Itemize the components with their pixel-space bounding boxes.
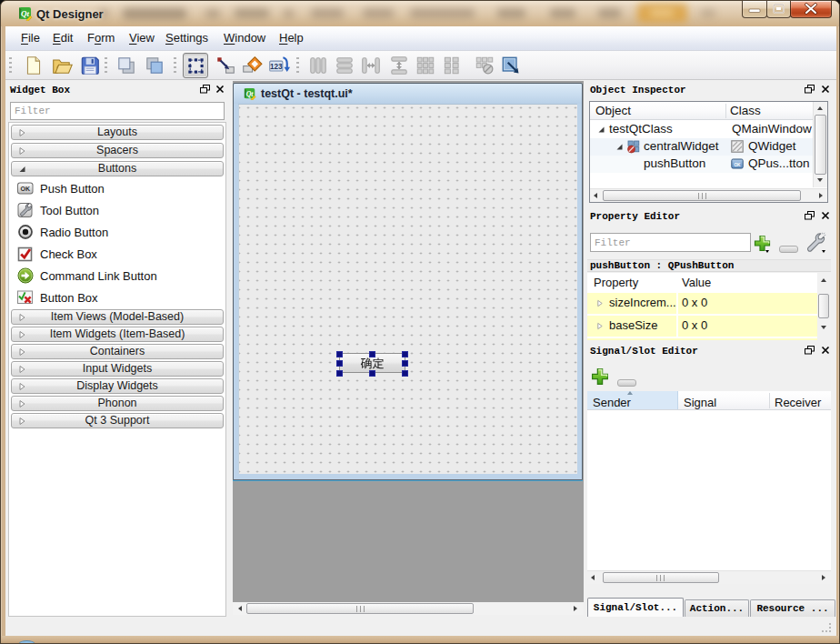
- scrollbar-thumb[interactable]: [815, 115, 826, 175]
- widget-radio-button[interactable]: Radio Button: [11, 221, 224, 243]
- tree-row-testqtclass[interactable]: testQtClass QMainWindow: [590, 121, 813, 138]
- scroll-left-icon[interactable]: [594, 193, 597, 198]
- property-row-basesize[interactable]: baseSize 0 x 0: [587, 316, 817, 337]
- category-input-widgets[interactable]: Input Widgets: [11, 361, 224, 377]
- object-inspector-close-icon[interactable]: [821, 85, 830, 94]
- new-form-button[interactable]: [21, 53, 46, 78]
- menu-help[interactable]: Help: [279, 26, 304, 50]
- column-value[interactable]: Value: [682, 276, 711, 289]
- selection-handle[interactable]: [336, 360, 343, 367]
- scroll-right-icon[interactable]: [822, 575, 825, 580]
- edit-tab-order-button[interactable]: 123: [265, 53, 291, 78]
- scroll-right-icon[interactable]: [819, 193, 823, 198]
- widget-tool-button[interactable]: Tool Button: [11, 199, 224, 221]
- layout-grid-button[interactable]: [413, 53, 438, 78]
- scroll-left-icon[interactable]: [238, 606, 242, 611]
- tile-button[interactable]: [142, 53, 167, 78]
- widget-box-filter-input[interactable]: [10, 102, 225, 120]
- property-row-sizeincrement[interactable]: sizeIncrem... 0 x 0: [587, 293, 817, 314]
- property-filter-input[interactable]: [590, 233, 751, 252]
- selection-handle[interactable]: [369, 370, 375, 377]
- property-tools-button[interactable]: [805, 232, 828, 256]
- scroll-up-icon[interactable]: [821, 278, 826, 282]
- collapsed-arrow-icon[interactable]: [596, 299, 604, 307]
- size-grip-icon[interactable]: [821, 622, 833, 634]
- expanded-arrow-icon[interactable]: [597, 126, 605, 134]
- break-layout-button[interactable]: [472, 53, 497, 78]
- selection-handle[interactable]: [369, 351, 375, 357]
- menu-form[interactable]: Form: [87, 26, 115, 50]
- scroll-down-icon[interactable]: [821, 326, 826, 329]
- menu-settings[interactable]: Settings: [165, 26, 208, 50]
- remove-connection-button[interactable]: [617, 374, 636, 381]
- object-inspector-header[interactable]: Object Class: [590, 102, 813, 120]
- signal-slot-hscrollbar[interactable]: [587, 570, 831, 584]
- adjust-size-button[interactable]: [498, 53, 524, 78]
- widget-button-box[interactable]: Button Box: [11, 287, 224, 308]
- open-form-button[interactable]: [49, 53, 75, 78]
- mdi-horizontal-scrollbar[interactable]: [233, 602, 584, 615]
- signal-header-cell[interactable]: Signal: [684, 396, 716, 409]
- toolbar-grip[interactable]: [105, 57, 107, 74]
- toolbar-grip[interactable]: [296, 57, 299, 74]
- category-spacers[interactable]: Spacers: [11, 143, 224, 158]
- tree-row-centralwidget[interactable]: centralWidget QWidget: [590, 138, 813, 156]
- category-item-views[interactable]: Item Views (Model-Based): [11, 309, 224, 325]
- object-inspector-hscrollbar[interactable]: [590, 188, 827, 202]
- remove-property-button[interactable]: [779, 240, 798, 247]
- minimize-button[interactable]: [742, 1, 767, 18]
- add-property-button[interactable]: [753, 234, 773, 254]
- tab-resource-browser[interactable]: Resource ...: [750, 599, 835, 617]
- category-buttons[interactable]: Buttons: [11, 161, 224, 176]
- widget-check-box[interactable]: Check Box: [11, 243, 224, 265]
- widget-box-float-icon[interactable]: [200, 85, 210, 94]
- category-qt3-support[interactable]: Qt 3 Support: [11, 413, 224, 428]
- category-display-widgets[interactable]: Display Widgets: [11, 378, 224, 394]
- column-property[interactable]: Property: [594, 276, 638, 289]
- layout-horizontally-splitter-button[interactable]: [358, 53, 384, 78]
- cascade-button[interactable]: [114, 53, 139, 78]
- scrollbar-thumb[interactable]: [818, 294, 829, 318]
- property-editor-float-icon[interactable]: [805, 211, 815, 220]
- selection-handle[interactable]: [402, 370, 408, 377]
- toolbar-grip[interactable]: [174, 57, 176, 74]
- toolbar-grip[interactable]: [9, 57, 12, 74]
- widget-command-link-button[interactable]: Command Link Button: [11, 265, 224, 287]
- save-form-button[interactable]: [77, 53, 103, 78]
- menu-file[interactable]: File: [21, 26, 40, 50]
- close-button[interactable]: [790, 1, 832, 18]
- column-object[interactable]: Object: [595, 104, 631, 117]
- maximize-button[interactable]: [766, 1, 791, 18]
- layout-horizontally-button[interactable]: [305, 53, 331, 78]
- sender-header-cell[interactable]: Sender: [587, 391, 678, 409]
- object-inspector-float-icon[interactable]: [805, 85, 815, 94]
- layout-vertically-button[interactable]: [332, 53, 357, 78]
- category-containers[interactable]: Containers: [11, 344, 224, 359]
- category-layouts[interactable]: Layouts: [11, 125, 224, 140]
- edit-signals-slots-button[interactable]: [213, 53, 238, 78]
- category-item-widgets[interactable]: Item Widgets (Item-Based): [11, 327, 224, 342]
- add-connection-button[interactable]: [590, 367, 611, 387]
- property-editor-close-icon[interactable]: [821, 211, 830, 220]
- form-window-titlebar[interactable]: Qt testQt - testqt.ui*: [234, 84, 582, 104]
- menu-window[interactable]: Window: [224, 26, 265, 50]
- scroll-right-icon[interactable]: [574, 606, 577, 611]
- edit-buddies-button[interactable]: [239, 53, 265, 78]
- menu-edit[interactable]: Edit: [53, 26, 73, 50]
- selection-handle[interactable]: [402, 360, 408, 367]
- category-phonon[interactable]: Phonon: [11, 396, 224, 411]
- tab-action-editor[interactable]: Action...: [685, 599, 749, 617]
- expanded-arrow-icon[interactable]: [615, 143, 624, 151]
- scroll-up-icon[interactable]: [817, 106, 823, 110]
- menu-view[interactable]: View: [129, 26, 155, 50]
- widget-box-close-icon[interactable]: [215, 85, 225, 94]
- layout-form-button[interactable]: [439, 53, 465, 78]
- selection-handle[interactable]: [336, 351, 343, 357]
- form-canvas[interactable]: [238, 104, 577, 474]
- object-inspector-vscrollbar[interactable]: [813, 102, 827, 187]
- signal-slot-editor-float-icon[interactable]: [805, 346, 815, 355]
- selection-handle[interactable]: [336, 370, 343, 377]
- receiver-header-cell[interactable]: Receiver: [775, 396, 821, 409]
- tab-signal-slot-editor[interactable]: Signal/Slot...: [587, 598, 684, 617]
- column-separator[interactable]: [725, 104, 726, 118]
